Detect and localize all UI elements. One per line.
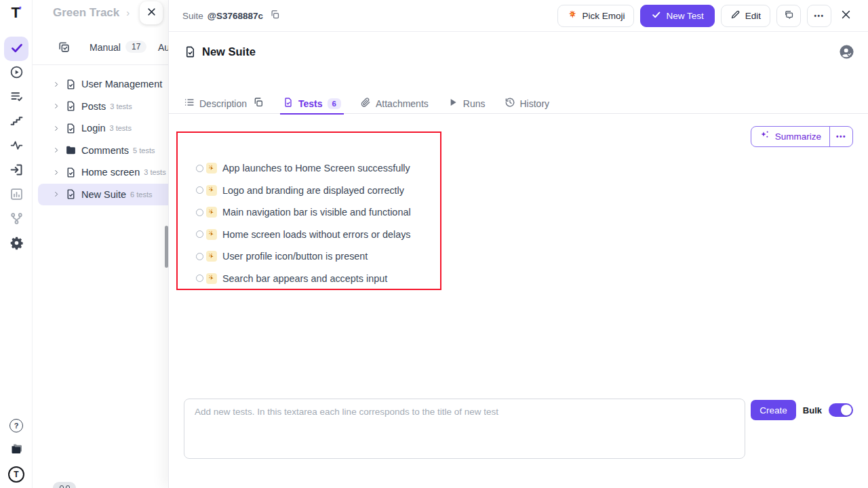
tree-count: 3 tests: [144, 168, 165, 176]
tree-label: Comments: [81, 145, 129, 156]
suite-doc-icon: [65, 79, 77, 90]
tree-count: 3 tests: [110, 102, 132, 110]
tab-automated[interactable]: Automated: [158, 42, 168, 53]
rail-branches-button[interactable]: [4, 207, 28, 232]
chevron-right-icon[interactable]: [53, 169, 60, 176]
tab-history[interactable]: History: [505, 93, 550, 114]
tab-runs[interactable]: Runs: [448, 93, 486, 114]
tree-label: User Management: [81, 79, 162, 89]
manual-test-icon: [206, 207, 217, 218]
select-all-icon[interactable]: [58, 41, 71, 56]
manual-test-icon: [206, 273, 217, 284]
bar-chart-icon: [9, 187, 24, 204]
chevron-right-icon[interactable]: [53, 125, 60, 132]
list-check-icon: [9, 89, 24, 106]
copy-icon: [270, 9, 280, 22]
rail-settings-button[interactable]: [4, 232, 28, 256]
rail-runs-button[interactable]: [4, 61, 28, 85]
rail-reports-button[interactable]: [4, 183, 28, 207]
manual-test-icon: [206, 185, 217, 196]
new-tests-textarea[interactable]: [184, 399, 745, 459]
tab-label: Description: [199, 98, 247, 109]
test-status-circle[interactable]: [196, 253, 203, 260]
help-icon: ?: [9, 419, 23, 432]
history-clock-icon: [505, 97, 515, 110]
tab-description[interactable]: Description: [184, 93, 264, 114]
tree-row-posts[interactable]: Posts 3 tests: [38, 96, 168, 118]
breadcrumb[interactable]: Green Track›: [53, 6, 130, 20]
comments-button[interactable]: [776, 5, 801, 27]
chevron-right-icon[interactable]: [53, 190, 60, 198]
chevron-right-icon[interactable]: [53, 81, 60, 88]
new-test-button[interactable]: New Test: [640, 5, 714, 27]
test-status-circle[interactable]: [196, 165, 203, 172]
tree-count: 3 tests: [109, 124, 131, 132]
suite-doc-icon: [65, 167, 77, 178]
copy-icon[interactable]: [253, 97, 264, 110]
tree-row-login[interactable]: Login 3 tests: [38, 117, 168, 140]
create-button[interactable]: Create: [751, 400, 796, 420]
summarize-button[interactable]: Summarize: [751, 127, 829, 146]
summarize-split-button: Summarize •••: [751, 126, 853, 147]
suite-tree-panel: Green Track› Manual 17 Automated User Ma…: [33, 0, 168, 488]
summarize-more-button[interactable]: •••: [829, 127, 852, 146]
bulk-label: Bulk: [803, 405, 822, 415]
test-status-circle[interactable]: [196, 274, 203, 282]
topbar-actions: Pick Emoji New Test Edit •••: [557, 5, 854, 27]
tab-attachments[interactable]: Attachments: [360, 93, 429, 114]
rail-pulse-button[interactable]: [4, 134, 28, 159]
bulk-create-composer: Create Bulk: [184, 399, 854, 460]
panel-close-button[interactable]: [140, 1, 163, 24]
suite-doc-icon: [184, 45, 197, 58]
tree-label: Login: [81, 123, 105, 134]
check-icon: [651, 9, 661, 22]
test-status-circle[interactable]: [196, 209, 203, 216]
test-status-circle[interactable]: [196, 230, 203, 238]
tree-row-comments[interactable]: Comments 5 tests: [38, 140, 168, 162]
rail-import-button[interactable]: [4, 159, 28, 183]
test-list: App launches to Home Screen successfully…: [169, 157, 603, 289]
test-row[interactable]: Home screen loads without errors or dela…: [169, 224, 603, 246]
pick-emoji-button[interactable]: Pick Emoji: [557, 5, 634, 27]
suite-doc-icon: [65, 100, 77, 112]
rail-plans-button[interactable]: [4, 85, 28, 110]
more-actions-button[interactable]: •••: [807, 5, 831, 27]
chevron-right-icon[interactable]: [53, 146, 60, 154]
tab-tests[interactable]: Tests 6: [283, 93, 341, 114]
tab-manual[interactable]: Manual: [90, 42, 121, 53]
tree-mode-tabs: Manual 17 Automated: [33, 38, 168, 58]
test-row[interactable]: Search bar appears and accepts input: [169, 268, 603, 290]
test-row[interactable]: Main navigation bar is visible and funct…: [169, 201, 603, 224]
tree-row-home-screen[interactable]: Home screen 3 tests: [38, 161, 168, 184]
rail-account-button[interactable]: T: [4, 462, 28, 487]
manual-count-badge: 17: [125, 41, 146, 53]
rail-tests-button[interactable]: [4, 37, 28, 61]
chevron-right-icon[interactable]: [53, 102, 60, 110]
close-suite-button[interactable]: [837, 6, 854, 25]
test-status-circle[interactable]: [196, 186, 203, 194]
tree-row-user-management[interactable]: User Management: [38, 73, 168, 96]
test-row[interactable]: User profile icon/button is present: [169, 245, 603, 268]
tree-label: Home screen: [81, 167, 140, 178]
copy-id-button[interactable]: [267, 7, 283, 24]
rail-help-button[interactable]: ?: [4, 413, 28, 438]
app-logo[interactable]: T❜: [0, 4, 33, 24]
manual-test-icon: [206, 229, 217, 240]
close-icon: [840, 9, 852, 22]
tree-count: 5 tests: [133, 146, 155, 155]
branch-icon: [9, 211, 24, 228]
rail-steps-button[interactable]: [4, 110, 28, 134]
assignee-avatar[interactable]: [839, 44, 854, 60]
edit-label: Edit: [745, 11, 761, 21]
tree-row-new-suite[interactable]: New Suite 6 tests: [38, 184, 168, 206]
rail-projects-button[interactable]: [4, 438, 28, 462]
bulk-toggle[interactable]: [829, 403, 853, 417]
chat-bubble-icon: [784, 9, 794, 22]
test-row[interactable]: App launches to Home Screen successfully: [169, 157, 603, 180]
edit-button[interactable]: Edit: [721, 5, 770, 27]
tree-label: New Suite: [81, 189, 126, 200]
suite-tabs: Description Tests 6 Attachments Runs His…: [169, 93, 868, 114]
suite-doc-icon: [65, 188, 77, 200]
suite-doc-icon: [283, 97, 294, 110]
test-row[interactable]: Logo and branding are displayed correctl…: [169, 180, 603, 202]
